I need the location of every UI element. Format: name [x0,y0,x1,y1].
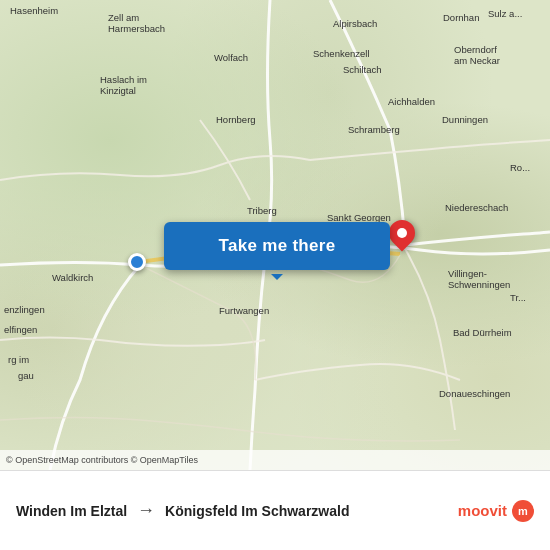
label-sulz: Sulz a... [488,8,522,19]
label-triberg: Triberg [247,205,277,216]
label-schramberg: Schramberg [348,124,400,135]
destination-marker[interactable] [389,220,415,256]
moovit-dot-letter: m [518,505,528,517]
label-haslach: Haslach imKinzigtal [100,74,147,96]
attribution-text: © OpenStreetMap contributors © OpenMapTi… [6,455,198,465]
label-schenkenzell: Schenkenzell [313,48,370,59]
label-waldkirch: Waldkirch [52,272,93,283]
label-schiltach: Schiltach [343,64,382,75]
map-attribution: © OpenStreetMap contributors © OpenMapTi… [0,450,550,470]
label-ro: Ro... [510,162,530,173]
label-aichhalden: Aichhalden [388,96,435,107]
take-me-there-button[interactable]: Take me there [164,222,390,270]
tooltip-label: Take me there [219,236,336,256]
label-baddurrheim: Bad Dürrheim [453,327,512,338]
label-hasenheim: Hasenheim [10,5,58,16]
label-donaueschingen: Donaueschingen [439,388,510,399]
label-zell: Zell amHarmersbach [108,12,165,34]
from-location: Winden Im Elztal [16,503,127,519]
label-wolfach: Wolfach [214,52,248,63]
bottom-bar: Winden Im Elztal → Königsfeld Im Schwarz… [0,470,550,550]
moovit-logo: moovit m [458,500,534,522]
label-gau: gau [18,370,34,381]
origin-marker [128,253,146,271]
label-tr: Tr... [510,292,526,303]
label-furtwangen: Furtwangen [219,305,269,316]
moovit-text: moovit [458,502,507,519]
label-elfingen: elfingen [4,324,37,335]
to-location: Königsfeld Im Schwarzwald [165,503,349,519]
moovit-icon: m [512,500,534,522]
label-oberndorf: Oberndorfam Neckar [454,44,500,66]
arrow-icon: → [137,500,155,521]
label-alpirsbach: Alpirsbach [333,18,377,29]
map-container: Hasenheim Zell amHarmersbach Wolfach Alp… [0,0,550,470]
label-villingen: Villingen-Schwenningen [448,268,510,290]
label-dornhan: Dornhan [443,12,479,23]
label-dunningen: Dunningen [442,114,488,125]
label-niedereschach: Niedereschach [445,202,508,213]
label-rg: rg im [8,354,29,365]
label-enzlingen: enzlingen [4,304,45,315]
label-hornberg: Hornberg [216,114,256,125]
